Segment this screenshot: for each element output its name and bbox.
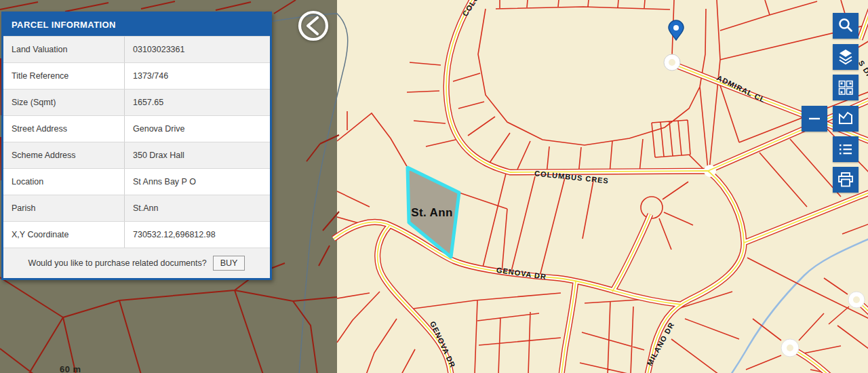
layers-button[interactable] [833, 44, 859, 70]
row-label: Land Valuation [3, 45, 124, 54]
row-value: Genova Drive [124, 116, 270, 142]
row-value: 03103023361 [124, 37, 270, 62]
parcel-row-land-valuation: Land Valuation 03103023361 [3, 36, 270, 62]
back-circle-icon [300, 12, 327, 39]
basemap-gallery-button[interactable] [833, 75, 859, 100]
minus-icon [802, 106, 827, 132]
gis-app-window: COLU ADMIRAL CL COLUMBUS CRES GENOVA DR … [0, 0, 868, 373]
basemap-grid-icon [833, 75, 859, 100]
parcel-row-size: Size (Sqmt) 1657.65 [3, 89, 270, 115]
row-value: 1373/746 [124, 63, 270, 89]
row-label: Location [3, 177, 124, 186]
parcel-info-panel: PARCEL INFORMATION Land Valuation 031030… [1, 12, 272, 280]
row-value: 730532.12,696812.98 [124, 222, 270, 248]
parcel-row-location: Location St Anns Bay P O [3, 168, 270, 195]
row-label: Street Address [3, 124, 124, 134]
row-value: St Anns Bay P O [124, 169, 270, 195]
panel-footer: Would you like to purchase related docum… [3, 248, 270, 278]
parcel-row-title-reference: Title Reference 1373/746 [3, 62, 270, 89]
buy-button[interactable]: BUY [213, 256, 245, 271]
row-value: 350 Drax Hall [124, 142, 270, 168]
parcel-row-parish: Parish St.Ann [3, 195, 270, 221]
row-label: Title Reference [3, 71, 124, 81]
measure-area-icon [833, 106, 859, 132]
zoom-out-button[interactable] [802, 106, 827, 132]
print-button[interactable] [833, 167, 859, 193]
scale-bar-label: 60 m [60, 364, 81, 373]
panel-title: PARCEL INFORMATION [3, 14, 270, 36]
collapse-panel-button[interactable] [297, 9, 330, 42]
search-icon [833, 13, 859, 39]
row-label: Scheme Address [3, 151, 124, 160]
legend-list-icon [833, 136, 859, 162]
row-value: 1657.65 [124, 90, 270, 115]
purchase-question: Would you like to purchase related docum… [28, 258, 207, 268]
row-value: St.Ann [124, 195, 270, 221]
layers-icon [833, 44, 859, 70]
parcel-row-scheme-address: Scheme Address 350 Drax Hall [3, 142, 270, 168]
print-icon [833, 167, 859, 193]
row-label: X,Y Coordinate [3, 230, 124, 239]
parcel-row-xy-coordinate: X,Y Coordinate 730532.12,696812.98 [3, 221, 270, 248]
parcel-row-street-address: Street Address Genova Drive [3, 115, 270, 142]
search-button[interactable] [833, 13, 859, 39]
legend-button[interactable] [833, 136, 859, 162]
measure-button[interactable] [833, 106, 859, 132]
row-label: Size (Sqmt) [3, 98, 124, 107]
row-label: Parish [3, 203, 124, 213]
